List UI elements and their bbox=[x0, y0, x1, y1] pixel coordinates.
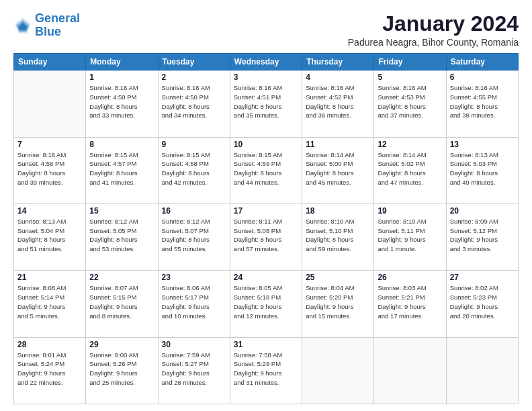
day-number: 14 bbox=[17, 206, 82, 216]
day-number: 28 bbox=[17, 340, 82, 349]
day-number: 25 bbox=[306, 273, 370, 282]
day-info: Sunrise: 8:15 AMSunset: 4:57 PMDaylight:… bbox=[89, 150, 154, 187]
table-row: 19Sunrise: 8:10 AMSunset: 5:11 PMDayligh… bbox=[374, 203, 446, 270]
table-row: 23Sunrise: 8:06 AMSunset: 5:17 PMDayligh… bbox=[158, 271, 230, 337]
logo-line2: Blue bbox=[35, 25, 61, 38]
day-info: Sunrise: 8:15 AMSunset: 4:59 PMDaylight:… bbox=[234, 150, 298, 187]
logo-line1: General bbox=[35, 11, 80, 25]
day-number: 5 bbox=[378, 73, 442, 82]
week-row-3: 14Sunrise: 8:13 AMSunset: 5:04 PMDayligh… bbox=[14, 203, 519, 270]
table-row: 7Sunrise: 8:16 AMSunset: 4:56 PMDaylight… bbox=[14, 137, 86, 203]
day-number: 21 bbox=[17, 273, 82, 282]
week-row-5: 28Sunrise: 8:01 AMSunset: 5:24 PMDayligh… bbox=[14, 337, 519, 404]
logo-text: General Blue bbox=[35, 12, 80, 39]
table-row: 31Sunrise: 7:58 AMSunset: 5:29 PMDayligh… bbox=[230, 337, 302, 404]
table-row: 29Sunrise: 8:00 AMSunset: 5:26 PMDayligh… bbox=[86, 337, 158, 404]
table-row: 22Sunrise: 8:07 AMSunset: 5:15 PMDayligh… bbox=[86, 271, 158, 337]
table-row: 27Sunrise: 8:02 AMSunset: 5:23 PMDayligh… bbox=[446, 271, 518, 337]
day-number: 7 bbox=[17, 140, 82, 149]
day-info: Sunrise: 8:13 AMSunset: 5:04 PMDaylight:… bbox=[17, 217, 82, 254]
table-row: 17Sunrise: 8:11 AMSunset: 5:08 PMDayligh… bbox=[230, 203, 302, 270]
table-row: 15Sunrise: 8:12 AMSunset: 5:05 PMDayligh… bbox=[86, 203, 158, 270]
table-row: 16Sunrise: 8:12 AMSunset: 5:07 PMDayligh… bbox=[158, 203, 230, 270]
day-info: Sunrise: 8:13 AMSunset: 5:03 PMDaylight:… bbox=[450, 150, 515, 187]
day-number: 4 bbox=[306, 73, 370, 82]
day-number: 2 bbox=[162, 73, 226, 82]
table-row: 10Sunrise: 8:15 AMSunset: 4:59 PMDayligh… bbox=[230, 137, 302, 203]
day-info: Sunrise: 8:16 AMSunset: 4:50 PMDaylight:… bbox=[162, 83, 226, 120]
table-row bbox=[302, 337, 374, 404]
day-number: 22 bbox=[89, 273, 154, 282]
table-row: 18Sunrise: 8:10 AMSunset: 5:10 PMDayligh… bbox=[302, 203, 374, 270]
day-info: Sunrise: 8:09 AMSunset: 5:12 PMDaylight:… bbox=[450, 217, 515, 254]
table-row bbox=[446, 337, 518, 404]
day-number: 20 bbox=[450, 206, 515, 216]
table-row: 3Sunrise: 8:16 AMSunset: 4:51 PMDaylight… bbox=[230, 71, 302, 137]
day-info: Sunrise: 8:16 AMSunset: 4:51 PMDaylight:… bbox=[234, 83, 298, 120]
day-number: 24 bbox=[234, 273, 298, 282]
day-number: 1 bbox=[89, 73, 154, 82]
logo: General Blue bbox=[13, 12, 80, 39]
table-row: 2Sunrise: 8:16 AMSunset: 4:50 PMDaylight… bbox=[158, 71, 230, 137]
col-tuesday: Tuesday bbox=[158, 54, 230, 71]
day-number: 30 bbox=[162, 340, 226, 349]
title-block: January 2024 Padurea Neagra, Bihor Count… bbox=[348, 12, 519, 48]
calendar-subtitle: Padurea Neagra, Bihor County, Romania bbox=[348, 37, 519, 48]
day-info: Sunrise: 8:07 AMSunset: 5:15 PMDaylight:… bbox=[89, 283, 154, 320]
table-row: 28Sunrise: 8:01 AMSunset: 5:24 PMDayligh… bbox=[14, 337, 86, 404]
day-info: Sunrise: 8:11 AMSunset: 5:08 PMDaylight:… bbox=[234, 217, 298, 254]
table-row: 12Sunrise: 8:14 AMSunset: 5:02 PMDayligh… bbox=[374, 137, 446, 203]
header: General Blue January 2024 Padurea Neagra… bbox=[13, 12, 519, 48]
table-row: 25Sunrise: 8:04 AMSunset: 5:20 PMDayligh… bbox=[302, 271, 374, 337]
day-info: Sunrise: 8:14 AMSunset: 5:00 PMDaylight:… bbox=[306, 150, 370, 187]
day-number: 13 bbox=[450, 140, 515, 149]
col-friday: Friday bbox=[374, 54, 446, 71]
day-number: 23 bbox=[162, 273, 226, 282]
col-saturday: Saturday bbox=[446, 54, 518, 71]
day-info: Sunrise: 8:12 AMSunset: 5:05 PMDaylight:… bbox=[89, 217, 154, 254]
day-number: 12 bbox=[378, 140, 442, 149]
day-info: Sunrise: 8:04 AMSunset: 5:20 PMDaylight:… bbox=[306, 283, 370, 320]
day-info: Sunrise: 8:16 AMSunset: 4:50 PMDaylight:… bbox=[89, 83, 154, 120]
day-info: Sunrise: 8:06 AMSunset: 5:17 PMDaylight:… bbox=[162, 283, 226, 320]
day-info: Sunrise: 8:16 AMSunset: 4:56 PMDaylight:… bbox=[17, 150, 82, 187]
table-row bbox=[14, 71, 86, 137]
header-row: Sunday Monday Tuesday Wednesday Thursday… bbox=[14, 54, 519, 71]
table-row: 14Sunrise: 8:13 AMSunset: 5:04 PMDayligh… bbox=[14, 203, 86, 270]
day-number: 11 bbox=[306, 140, 370, 149]
day-number: 10 bbox=[234, 140, 298, 149]
day-number: 8 bbox=[89, 140, 154, 149]
day-number: 19 bbox=[378, 206, 442, 216]
table-row: 8Sunrise: 8:15 AMSunset: 4:57 PMDaylight… bbox=[86, 137, 158, 203]
day-number: 31 bbox=[234, 340, 298, 349]
day-info: Sunrise: 8:10 AMSunset: 5:10 PMDaylight:… bbox=[306, 217, 370, 254]
table-row: 9Sunrise: 8:15 AMSunset: 4:58 PMDaylight… bbox=[158, 137, 230, 203]
day-info: Sunrise: 8:16 AMSunset: 4:55 PMDaylight:… bbox=[450, 83, 515, 120]
col-sunday: Sunday bbox=[14, 54, 86, 71]
table-row: 13Sunrise: 8:13 AMSunset: 5:03 PMDayligh… bbox=[446, 137, 518, 203]
table-row: 5Sunrise: 8:16 AMSunset: 4:53 PMDaylight… bbox=[374, 71, 446, 137]
day-info: Sunrise: 8:16 AMSunset: 4:52 PMDaylight:… bbox=[306, 83, 370, 120]
logo-icon bbox=[13, 16, 32, 35]
table-row: 6Sunrise: 8:16 AMSunset: 4:55 PMDaylight… bbox=[446, 71, 518, 137]
table-row: 1Sunrise: 8:16 AMSunset: 4:50 PMDaylight… bbox=[86, 71, 158, 137]
day-info: Sunrise: 8:12 AMSunset: 5:07 PMDaylight:… bbox=[162, 217, 226, 254]
calendar-table: Sunday Monday Tuesday Wednesday Thursday… bbox=[13, 53, 519, 404]
day-number: 29 bbox=[89, 340, 154, 349]
day-info: Sunrise: 8:16 AMSunset: 4:53 PMDaylight:… bbox=[378, 83, 442, 120]
day-info: Sunrise: 7:58 AMSunset: 5:29 PMDaylight:… bbox=[234, 351, 298, 387]
table-row: 30Sunrise: 7:59 AMSunset: 5:27 PMDayligh… bbox=[158, 337, 230, 404]
col-thursday: Thursday bbox=[302, 54, 374, 71]
table-row: 20Sunrise: 8:09 AMSunset: 5:12 PMDayligh… bbox=[446, 203, 518, 270]
day-info: Sunrise: 8:00 AMSunset: 5:26 PMDaylight:… bbox=[89, 351, 154, 387]
table-row: 21Sunrise: 8:08 AMSunset: 5:14 PMDayligh… bbox=[14, 271, 86, 337]
table-row: 4Sunrise: 8:16 AMSunset: 4:52 PMDaylight… bbox=[302, 71, 374, 137]
day-number: 9 bbox=[162, 140, 226, 149]
day-info: Sunrise: 8:15 AMSunset: 4:58 PMDaylight:… bbox=[162, 150, 226, 187]
day-number: 6 bbox=[450, 73, 515, 82]
day-number: 17 bbox=[234, 206, 298, 216]
week-row-1: 1Sunrise: 8:16 AMSunset: 4:50 PMDaylight… bbox=[14, 71, 519, 137]
day-number: 18 bbox=[306, 206, 370, 216]
day-info: Sunrise: 8:05 AMSunset: 5:18 PMDaylight:… bbox=[234, 283, 298, 320]
day-info: Sunrise: 8:10 AMSunset: 5:11 PMDaylight:… bbox=[378, 217, 442, 254]
